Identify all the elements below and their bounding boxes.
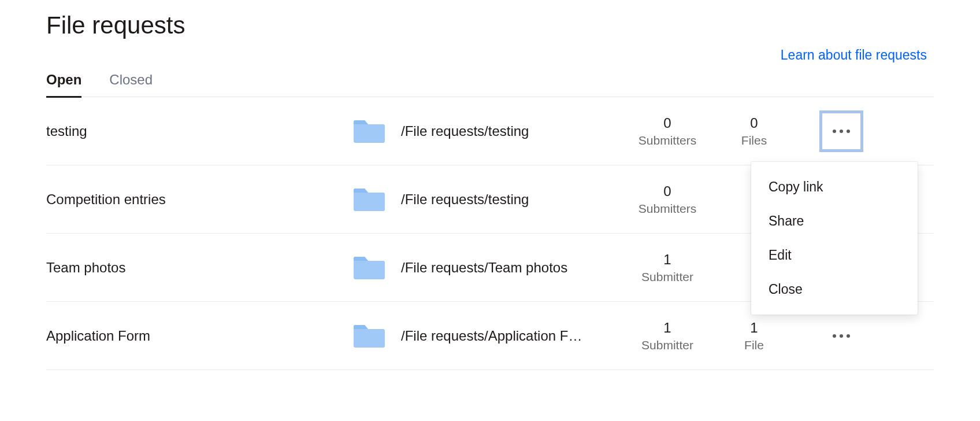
submitters-stat: 0Submitters xyxy=(624,183,711,216)
submitters-label: Submitters xyxy=(639,202,696,216)
folder-icon xyxy=(352,187,385,212)
files-label: File xyxy=(744,338,764,352)
request-name[interactable]: Competition entries xyxy=(46,191,352,208)
tab-closed[interactable]: Closed xyxy=(109,72,153,98)
row-actions xyxy=(797,316,867,356)
menu-share[interactable]: Share xyxy=(751,204,918,238)
submitters-label: Submitter xyxy=(641,270,693,284)
more-button[interactable] xyxy=(821,316,862,356)
submitters-stat: 1Submitter xyxy=(624,320,711,352)
request-path[interactable]: /File requests/Application F… xyxy=(352,323,624,349)
row-actions xyxy=(797,112,867,151)
request-name[interactable]: Application Form xyxy=(46,328,352,344)
table-row: testing/File requests/testing0Submitters… xyxy=(46,97,934,165)
path-text: /File requests/testing xyxy=(401,191,529,208)
context-menu: Copy link Share Edit Close xyxy=(751,162,918,315)
menu-close[interactable]: Close xyxy=(751,272,918,306)
submitters-label: Submitter xyxy=(641,338,693,352)
submitters-label: Submitters xyxy=(639,134,696,147)
more-icon xyxy=(833,334,850,338)
request-path[interactable]: /File requests/testing xyxy=(352,119,624,144)
learn-about-link[interactable]: Learn about file requests xyxy=(781,47,927,63)
submitters-stat: 1Submitter xyxy=(624,252,711,284)
files-count: 1 xyxy=(750,320,758,336)
request-path[interactable]: /File requests/testing xyxy=(352,187,624,212)
files-count: 0 xyxy=(750,115,758,131)
submitters-count: 0 xyxy=(663,183,671,200)
submitters-stat: 0Submitters xyxy=(624,115,711,147)
more-button[interactable] xyxy=(821,112,862,151)
submitters-count: 1 xyxy=(663,320,671,336)
folder-icon xyxy=(352,119,385,144)
path-text: /File requests/Application F… xyxy=(401,328,582,344)
menu-edit[interactable]: Edit xyxy=(751,238,918,272)
files-stat: 1File xyxy=(711,320,797,352)
more-icon xyxy=(833,130,850,133)
request-path[interactable]: /File requests/Team photos xyxy=(352,255,624,280)
tab-open[interactable]: Open xyxy=(46,72,81,98)
request-name[interactable]: Team photos xyxy=(46,260,352,276)
page-title: File requests xyxy=(46,12,934,39)
files-stat: 0Files xyxy=(711,115,797,147)
files-label: Files xyxy=(741,134,767,147)
menu-copy-link[interactable]: Copy link xyxy=(751,170,918,204)
path-text: /File requests/testing xyxy=(401,123,529,139)
submitters-count: 0 xyxy=(663,115,671,131)
path-text: /File requests/Team photos xyxy=(401,260,567,276)
request-name[interactable]: testing xyxy=(46,123,352,139)
folder-icon xyxy=(352,323,385,349)
tabs: Open Closed xyxy=(46,72,934,97)
folder-icon xyxy=(352,255,385,280)
submitters-count: 1 xyxy=(663,252,671,268)
